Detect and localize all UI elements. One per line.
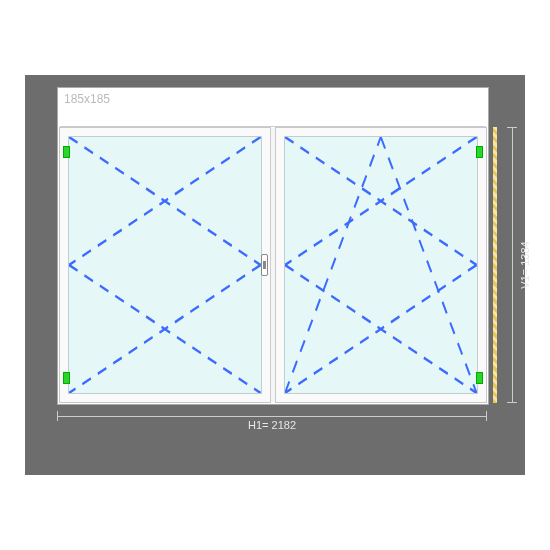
svg-line-9	[381, 137, 477, 393]
window-frame-outer: 185x185	[57, 87, 489, 405]
locking-strip	[493, 127, 497, 403]
hinge-icon	[63, 146, 70, 158]
glass-pane-left	[68, 136, 262, 394]
opening-symbol-tilt-turn	[285, 137, 477, 393]
dimension-v-label: V1= 1384	[519, 241, 531, 288]
sash-right[interactable]	[276, 128, 486, 402]
sash-row	[60, 128, 486, 402]
dimension-vertical: V1= 1384	[503, 127, 519, 403]
hinge-icon	[476, 146, 483, 158]
sash-left[interactable]	[60, 128, 270, 402]
dimension-h-label: H1= 2182	[248, 419, 296, 431]
svg-line-8	[285, 137, 381, 393]
opening-symbol-turn	[69, 137, 261, 393]
drawing-canvas: 185x185	[25, 75, 525, 475]
hinge-icon	[476, 372, 483, 384]
transom-bar	[60, 126, 486, 127]
dimension-horizontal: H1= 2182	[57, 419, 487, 431]
svg-line-3	[69, 265, 261, 393]
hinge-icon	[63, 372, 70, 384]
handle-icon[interactable]	[261, 254, 268, 276]
document-size-label: 185x185	[64, 92, 110, 106]
svg-line-7	[285, 265, 477, 393]
glass-pane-right	[284, 136, 478, 394]
